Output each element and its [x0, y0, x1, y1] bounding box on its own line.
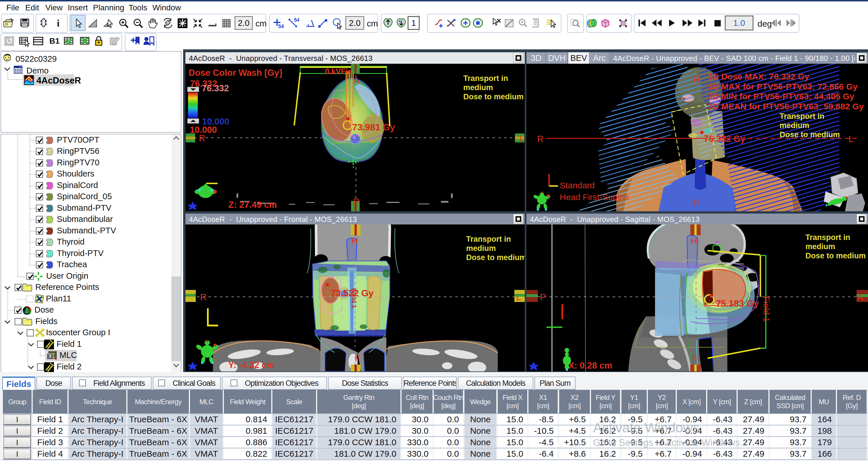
svg-text:Transport in: Transport in: [466, 235, 511, 243]
svg-text:medium: medium: [805, 242, 835, 251]
svg-text:i: i: [57, 18, 59, 28]
svg-text:F: F: [694, 198, 700, 208]
svg-text:54: 54: [278, 24, 284, 29]
svg-text:0.kVFie: 0.kVFie: [325, 67, 352, 76]
svg-text:3D MEAN for PTV56-PTV63: 59.88: 3D MEAN for PTV56-PTV63: 59.882 Gy: [708, 102, 864, 111]
svg-text:P: P: [540, 292, 546, 302]
svg-text:Head First-Supine: Head First-Supine: [560, 192, 629, 202]
svg-text:Field 1: Field 1: [762, 296, 771, 322]
svg-text:H: H: [351, 236, 358, 246]
svg-text:Transport in: Transport in: [805, 233, 850, 242]
svg-text:H: H: [693, 74, 700, 85]
svg-text:H: H: [691, 236, 697, 246]
svg-text:R: R: [199, 133, 205, 143]
svg-text:Z: 27.49 cm: Z: 27.49 cm: [228, 200, 277, 210]
svg-text:B1: B1: [50, 36, 60, 45]
svg-text:73.522 Gy: 73.522 Gy: [331, 288, 374, 298]
svg-text:medium: medium: [466, 244, 496, 253]
svg-text:Dose Color Wash [Gy]: Dose Color Wash [Gy]: [189, 68, 282, 78]
svg-text:R: R: [200, 292, 207, 302]
svg-text:Dose to medium: Dose to medium: [780, 130, 840, 139]
svg-text:73.981 Gy: 73.981 Gy: [352, 122, 395, 132]
svg-text:L: L: [848, 134, 854, 144]
svg-text:medium: medium: [463, 83, 493, 92]
svg-text:76.332: 76.332: [202, 83, 229, 93]
svg-text:Transport in: Transport in: [780, 112, 825, 121]
svg-text:medium: medium: [780, 121, 809, 130]
svg-text:A: A: [353, 75, 360, 86]
svg-text:Dose to medium: Dose to medium: [466, 253, 525, 262]
svg-text:75.183 Gy: 75.183 Gy: [716, 298, 759, 309]
svg-text:L: L: [516, 292, 521, 302]
svg-text:Dose to medium: Dose to medium: [463, 92, 524, 101]
svg-text:R: R: [537, 134, 544, 144]
svg-text:3D MIN for PTV56-PTV63: 44.405: 3D MIN for PTV56-PTV63: 44.405 Gy: [708, 92, 855, 101]
svg-text:P: P: [353, 196, 360, 207]
svg-text:L: L: [520, 133, 524, 143]
svg-text:Dose to medium: Dose to medium: [805, 251, 866, 260]
svg-text:76.332 Gy: 76.332 Gy: [704, 134, 746, 144]
svg-text:Standard: Standard: [560, 181, 595, 190]
svg-text:54: 54: [294, 18, 299, 23]
svg-text:3D Dose MAX: 76.332 Gy: 3D Dose MAX: 76.332 Gy: [708, 72, 809, 81]
svg-text:A: A: [857, 292, 863, 302]
svg-text:F: F: [692, 354, 698, 364]
svg-text:X: 0.28 cm: X: 0.28 cm: [568, 361, 612, 371]
svg-text:Y: -4.32 cm: Y: -4.32 cm: [228, 360, 274, 370]
svg-text:3D MAX for PTV56-PTV63: 72.866: 3D MAX for PTV56-PTV63: 72.866 Gy: [708, 82, 858, 91]
svg-text:Transport in: Transport in: [463, 74, 508, 83]
svg-text:F: F: [355, 354, 361, 364]
